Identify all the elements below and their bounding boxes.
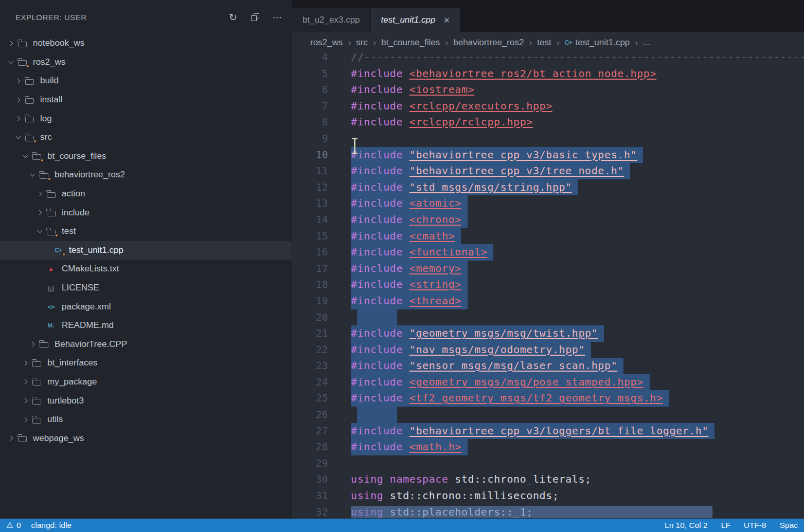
close-tab-icon[interactable]: × bbox=[443, 15, 450, 25]
tree-item-label: behaviortree_ros2 bbox=[55, 170, 125, 180]
line-number: 29 bbox=[292, 455, 328, 472]
collapse-all-icon[interactable] bbox=[251, 13, 259, 21]
code-line-9[interactable]: 9 bbox=[292, 131, 804, 147]
code-line-27[interactable]: 27#include "behaviortree_cpp_v3/loggers/… bbox=[292, 423, 804, 439]
xml-file-icon: </> bbox=[45, 302, 57, 312]
chevron-collapsed-icon bbox=[6, 34, 16, 53]
code-line-11[interactable]: 11#include "behaviortree_cpp_v3/tree_nod… bbox=[292, 163, 804, 179]
code-line-20[interactable]: 20 bbox=[292, 309, 804, 326]
tree-item-behaviortree_ros2[interactable]: behaviortree_ros2 bbox=[0, 166, 292, 185]
tree-item-CMakeLists.txt[interactable]: ▲CMakeLists.txt bbox=[0, 260, 292, 279]
code-line-7[interactable]: 7#include <rclcpp/executors.hpp> bbox=[292, 98, 804, 115]
code-text: #include <cmath> bbox=[351, 228, 461, 245]
tree-item-label: README.md bbox=[62, 320, 114, 331]
horizontal-scrollbar[interactable] bbox=[351, 506, 712, 518]
code-line-25[interactable]: 25#include <tf2_geometry_msgs/tf2_geomet… bbox=[292, 390, 804, 407]
modified-dot bbox=[55, 233, 59, 237]
breadcrumb-item-src[interactable]: src bbox=[356, 38, 368, 48]
code-line-19[interactable]: 19#include <thread> bbox=[292, 293, 804, 309]
code-text: #include "behaviortree_cpp_v3/basic_type… bbox=[351, 147, 643, 163]
code-line-22[interactable]: 22#include "nav_msgs/msg/odometry.hpp" bbox=[292, 342, 804, 358]
code-editor[interactable]: 4//-------------------------------------… bbox=[292, 53, 804, 519]
tree-item-notebook_ws[interactable]: notebook_ws bbox=[0, 34, 292, 53]
tree-item-ros2_ws[interactable]: ros2_ws bbox=[0, 53, 292, 72]
code-line-10[interactable]: 10#include "behaviortree_cpp_v3/basic_ty… bbox=[292, 147, 804, 163]
status-encoding[interactable]: UTF-8 bbox=[744, 521, 766, 530]
modified-dot bbox=[47, 177, 51, 181]
tree-item-package.xml[interactable]: </>package.xml bbox=[0, 297, 292, 316]
code-line-23[interactable]: 23#include "sensor_msgs/msg/laser_scan.h… bbox=[292, 358, 804, 374]
breadcrumb-item-bt_course_files[interactable]: bt_course_files bbox=[381, 38, 440, 48]
tree-item-bt_interfaces[interactable]: bt_interfaces bbox=[0, 354, 292, 373]
code-line-26[interactable]: 26 bbox=[292, 407, 804, 423]
code-line-6[interactable]: 6#include <iostream> bbox=[292, 82, 804, 98]
tree-item-src[interactable]: src bbox=[0, 128, 292, 147]
tree-item-test[interactable]: test bbox=[0, 222, 292, 241]
tree-item-LICENSE[interactable]: ▤LICENSE bbox=[0, 279, 292, 298]
status-text: UTF-8 bbox=[744, 521, 766, 530]
tab-bt_u2_ex3.cpp[interactable]: bt_u2_ex3.cpp bbox=[292, 8, 370, 32]
modified-dot bbox=[62, 252, 66, 256]
code-text: #include <memory> bbox=[351, 261, 468, 277]
folder-icon bbox=[23, 114, 35, 124]
tree-item-my_package[interactable]: my_package bbox=[0, 373, 292, 392]
code-line-31[interactable]: 31using std::chrono::milliseconds; bbox=[292, 488, 804, 504]
status-eol[interactable]: LF bbox=[721, 521, 730, 530]
code-line-16[interactable]: 16#include <functional> bbox=[292, 244, 804, 261]
tree-item-build[interactable]: build bbox=[0, 71, 292, 90]
folder-icon bbox=[16, 38, 28, 48]
code-line-8[interactable]: 8#include <rclcpp/rclcpp.hpp> bbox=[292, 114, 804, 131]
chevron-collapsed-icon bbox=[21, 391, 30, 410]
explorer-sidebar: EXPLORER: USER ↻⋯ notebook_wsros2_wsbuil… bbox=[0, 0, 292, 519]
code-line-15[interactable]: 15#include <cmath> bbox=[292, 228, 804, 245]
code-line-4[interactable]: 4//-------------------------------------… bbox=[292, 53, 804, 66]
line-number: 20 bbox=[292, 309, 328, 326]
cpp-file-icon: C+ bbox=[52, 245, 64, 255]
code-text: #include "sensor_msgs/msg/laser_scan.hpp… bbox=[351, 358, 623, 374]
line-number: 11 bbox=[292, 163, 328, 179]
tree-item-README.md[interactable]: M↓README.md bbox=[0, 316, 292, 335]
status-problems[interactable]: ⚠0 bbox=[6, 521, 21, 530]
code-line-5[interactable]: 5#include <behaviortree_ros2/bt_action_n… bbox=[292, 66, 804, 82]
code-line-28[interactable]: 28#include <math.h> bbox=[292, 439, 804, 455]
more-actions-icon[interactable]: ⋯ bbox=[273, 12, 283, 22]
tree-item-bt_course_files[interactable]: bt_course_files bbox=[0, 147, 292, 166]
code-line-30[interactable]: 30using namespace std::chrono_literals; bbox=[292, 471, 804, 488]
tree-item-log[interactable]: log bbox=[0, 109, 292, 128]
code-line-13[interactable]: 13#include <atomic> bbox=[292, 195, 804, 212]
code-line-18[interactable]: 18#include <string> bbox=[292, 277, 804, 293]
code-line-14[interactable]: 14#include <chrono> bbox=[292, 212, 804, 228]
code-line-24[interactable]: 24#include <geometry_msgs/msg/pose_stamp… bbox=[292, 374, 804, 391]
breadcrumb-item-...[interactable]: ... bbox=[643, 38, 650, 48]
tree-item-turtlebot3[interactable]: turtlebot3 bbox=[0, 391, 292, 410]
selection-block bbox=[357, 407, 397, 423]
tree-item-label: my_package bbox=[47, 377, 97, 387]
breadcrumb-item-test_unit1.cpp[interactable]: C+test_unit1.cpp bbox=[565, 38, 630, 48]
tree-item-include[interactable]: include bbox=[0, 203, 292, 222]
code-line-21[interactable]: 21#include "geometry_msgs/msg/twist.hpp" bbox=[292, 325, 804, 342]
tab-test_unit1.cpp[interactable]: test_unit1.cpp× bbox=[371, 8, 460, 32]
code-line-12[interactable]: 12#include "std_msgs/msg/string.hpp" bbox=[292, 179, 804, 196]
code-line-17[interactable]: 17#include <memory> bbox=[292, 261, 804, 277]
code-line-29[interactable]: 29 bbox=[292, 455, 804, 472]
breadcrumb-item-behaviortree_ros2[interactable]: behaviortree_ros2 bbox=[453, 38, 524, 48]
line-number: 18 bbox=[292, 277, 328, 293]
tree-item-test_unit1.cpp[interactable]: C+test_unit1.cpp bbox=[0, 241, 292, 260]
line-number: 9 bbox=[292, 131, 328, 147]
tree-item-webpage_ws[interactable]: webpage_ws bbox=[0, 429, 292, 448]
status-indentation[interactable]: Spac bbox=[780, 521, 798, 530]
tree-item-action[interactable]: action bbox=[0, 185, 292, 204]
status-clangd-status[interactable]: clangd: idle bbox=[31, 521, 72, 530]
breadcrumb-item-ros2_ws[interactable]: ros2_ws bbox=[310, 38, 343, 48]
breadcrumb-item-test[interactable]: test bbox=[537, 38, 551, 48]
chevron-collapsed-icon bbox=[35, 203, 45, 222]
explorer-title: EXPLORER: USER bbox=[15, 13, 87, 22]
breadcrumb-separator-icon: › bbox=[635, 38, 638, 48]
tree-item-BehaviorTree.CPP[interactable]: BehaviorTree.CPP bbox=[0, 335, 292, 354]
status-text: LF bbox=[721, 521, 730, 530]
refresh-icon[interactable]: ↻ bbox=[229, 12, 237, 22]
tree-item-utils[interactable]: utils bbox=[0, 410, 292, 429]
chevron-expanded-icon bbox=[28, 166, 38, 185]
tree-item-install[interactable]: install bbox=[0, 90, 292, 109]
status-cursor-position[interactable]: Ln 10, Col 2 bbox=[665, 521, 708, 530]
